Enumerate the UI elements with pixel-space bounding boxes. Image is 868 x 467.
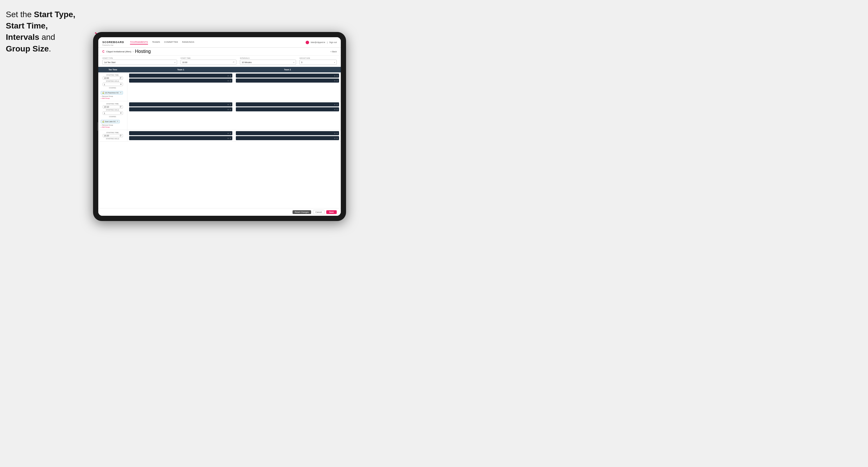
tablet-side-notch	[97, 122, 98, 131]
start-time-group: Start Time 10:00 ⏱	[181, 57, 237, 65]
cancel-button[interactable]: Cancel	[313, 210, 324, 214]
player-info-3-3[interactable]: ℹ	[337, 132, 337, 134]
group-row-1: STARTING TIME: 10:00 ⏱ STARTING HOLE: 1 …	[98, 72, 341, 101]
player-remove-1-3[interactable]: ✕	[334, 75, 336, 77]
sub-header-logo: C	[102, 50, 104, 53]
player-info-1-1[interactable]: ℹ	[230, 75, 230, 77]
player-row-3-2: ✕ ℹ	[129, 136, 232, 140]
time-value-2: 10:10	[104, 106, 109, 108]
time-icon-3: ⏱	[120, 135, 122, 137]
player-info-3-1[interactable]: ℹ	[230, 132, 230, 134]
starting-hole-label-2: STARTING HOLE:	[101, 109, 125, 111]
course-name-1: (A) Peachtree GC	[105, 92, 119, 94]
remove-group-btn-1[interactable]: ○ Remove Group	[101, 95, 125, 97]
hole-value-1: 1	[104, 84, 105, 86]
player-info-1-2[interactable]: ℹ	[230, 80, 230, 82]
player-info-1-3[interactable]: ℹ	[337, 75, 337, 77]
nav-link-committee[interactable]: COMMITTEE	[164, 40, 178, 44]
player-remove-2-3[interactable]: ✕	[334, 103, 336, 105]
player-remove-3-1[interactable]: ✕	[227, 132, 229, 134]
start-type-label: Start Type	[102, 57, 177, 59]
group-2-actions: ○ Remove Group + Add Group	[101, 124, 125, 128]
bottom-bar: Reset Changes Cancel Save	[98, 208, 341, 216]
start-type-chevron-icon: ▾	[175, 61, 175, 63]
nav-link-teams[interactable]: TEAMS	[152, 40, 160, 44]
instruction-bold-intervals: Intervals	[6, 33, 39, 41]
nav-link-tournaments[interactable]: TOURNAMENTS	[130, 40, 148, 44]
logo-text: SCOREBOARD	[102, 41, 124, 43]
group-size-label: Group Size	[300, 57, 337, 59]
starting-hole-label-3: STARTING HOLE:	[101, 138, 125, 139]
tablet-frame: SCOREBOARD Powered by clipp TOURNAMENTS …	[93, 32, 346, 221]
group-3-sidebar: STARTING TIME: 10:20 ⏱ STARTING HOLE:	[98, 130, 127, 141]
add-group-btn-2[interactable]: + Add Group	[101, 126, 125, 128]
player-remove-2-2[interactable]: ✕	[227, 108, 229, 111]
starting-hole-select-1[interactable]: 1 ▾	[103, 83, 123, 86]
group-2-sidebar: STARTING TIME: 10:10 ⏱ STARTING HOLE: 1 …	[98, 101, 127, 130]
player-info-2-2[interactable]: ℹ	[230, 108, 230, 111]
course-label-1: COURSE:	[101, 87, 125, 89]
starting-hole-select-2[interactable]: 1 ▾	[103, 112, 123, 115]
start-time-label: Start Time	[181, 57, 237, 59]
starting-time-input-3[interactable]: 10:20 ⏱	[103, 134, 123, 137]
add-group-btn-1[interactable]: + Add Group	[101, 97, 125, 99]
time-value-1: 10:00	[104, 77, 109, 79]
player-remove-1-4[interactable]: ✕	[334, 80, 336, 82]
player-remove-2-4[interactable]: ✕	[334, 108, 336, 111]
player-row-3-4: ✕ ℹ	[236, 136, 339, 140]
player-info-3-4[interactable]: ℹ	[337, 137, 337, 139]
nav-right: blair@clipped.ie | Sign out	[306, 41, 337, 44]
player-remove-2-1[interactable]: ✕	[227, 103, 229, 105]
player-info-2-3[interactable]: ℹ	[337, 103, 337, 105]
remove-course-1[interactable]: ✕	[120, 92, 122, 94]
time-icon-2: ⏱	[120, 106, 122, 108]
instruction-bold-start-type: Start Type,	[34, 10, 75, 19]
intervals-label: Intervals	[240, 57, 296, 59]
player-row-2-4: ✕ ℹ	[236, 107, 339, 112]
group-1-sidebar: STARTING TIME: 10:00 ⏱ STARTING HOLE: 1 …	[98, 72, 127, 101]
starting-time-input-1[interactable]: 10:00 ⏱	[103, 76, 123, 80]
nav-link-rankings[interactable]: RANKINGS	[182, 40, 194, 44]
player-remove-1-1[interactable]: ✕	[227, 75, 229, 77]
group-1-actions: ○ Remove Group + Add Group	[101, 95, 125, 99]
controls-row: Start Type 1st Tee Start ▾ Start Time 10…	[98, 56, 341, 67]
save-button[interactable]: Save	[326, 210, 337, 214]
remove-course-2[interactable]: ✕	[117, 120, 118, 123]
player-remove-3-2[interactable]: ✕	[227, 137, 229, 139]
course-name-2: East Lake GC	[105, 121, 116, 122]
player-remove-3-3[interactable]: ✕	[334, 132, 336, 134]
group-1-team1: ✕ ℹ ✕ ℹ	[127, 72, 234, 101]
group-3-team1: ✕ ℹ ✕ ℹ	[127, 130, 234, 141]
group-row-2: STARTING TIME: 10:10 ⏱ STARTING HOLE: 1 …	[98, 101, 341, 130]
starting-time-label-2: STARTING TIME:	[101, 103, 125, 105]
col-tee-time: Tee Time	[98, 68, 127, 71]
start-time-select[interactable]: 10:00 ⏱	[181, 60, 237, 65]
user-email: blair@clipped.ie	[311, 41, 326, 43]
time-value-3: 10:20	[104, 135, 109, 137]
player-info-2-4[interactable]: ℹ	[337, 108, 337, 111]
player-info-2-1[interactable]: ℹ	[230, 103, 230, 105]
back-button[interactable]: < Back	[330, 51, 337, 53]
starting-time-input-2[interactable]: 10:10 ⏱	[103, 105, 123, 108]
start-time-chevron-icon: ⏱	[233, 61, 235, 63]
nav-separator: |	[327, 41, 328, 43]
course-chip-1: ⛳ (A) Peachtree GC ✕	[101, 91, 123, 94]
group-size-select[interactable]: 3 ▾	[300, 60, 337, 65]
logo-area: SCOREBOARD Powered by clipp	[102, 39, 124, 46]
instruction-text: Set the Start Type, Start Time, Interval…	[6, 9, 93, 54]
player-remove-1-2[interactable]: ✕	[227, 80, 229, 82]
player-row-3-3: ✕ ℹ	[236, 131, 339, 135]
player-info-3-2[interactable]: ℹ	[230, 137, 230, 139]
starting-time-label-1: STARTING TIME:	[101, 74, 125, 76]
group-size-value: 3	[301, 61, 303, 63]
start-type-select[interactable]: 1st Tee Start ▾	[102, 60, 177, 65]
remove-group-btn-2[interactable]: ○ Remove Group	[101, 124, 125, 126]
intervals-select[interactable]: 10 Minutes ▾	[240, 60, 296, 65]
reset-changes-button[interactable]: Reset Changes	[292, 210, 311, 214]
player-remove-3-4[interactable]: ✕	[334, 137, 336, 139]
player-info-1-4[interactable]: ℹ	[337, 80, 337, 82]
player-row-1-2: ✕ ℹ	[129, 79, 232, 83]
sign-out-link[interactable]: Sign out	[329, 41, 337, 43]
sub-header: C Clippd Invitational (Men) > Hosting < …	[98, 48, 341, 56]
player-row-1-3: ✕ ℹ	[236, 73, 339, 77]
